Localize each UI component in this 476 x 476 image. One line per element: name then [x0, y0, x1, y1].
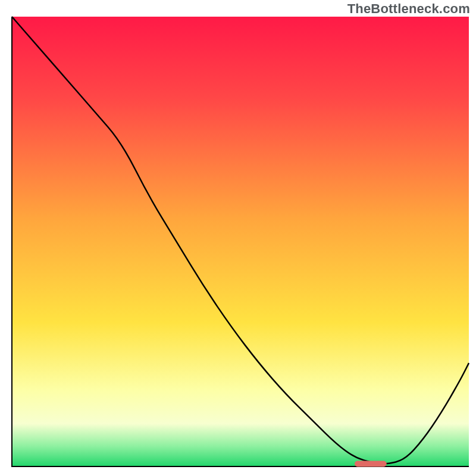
plot-background	[12, 17, 469, 466]
watermark-text: TheBottleneck.com	[347, 1, 470, 17]
chart-stage: TheBottleneck.com	[0, 0, 476, 476]
bottleneck-chart	[0, 0, 476, 476]
optimal-marker	[355, 461, 387, 466]
